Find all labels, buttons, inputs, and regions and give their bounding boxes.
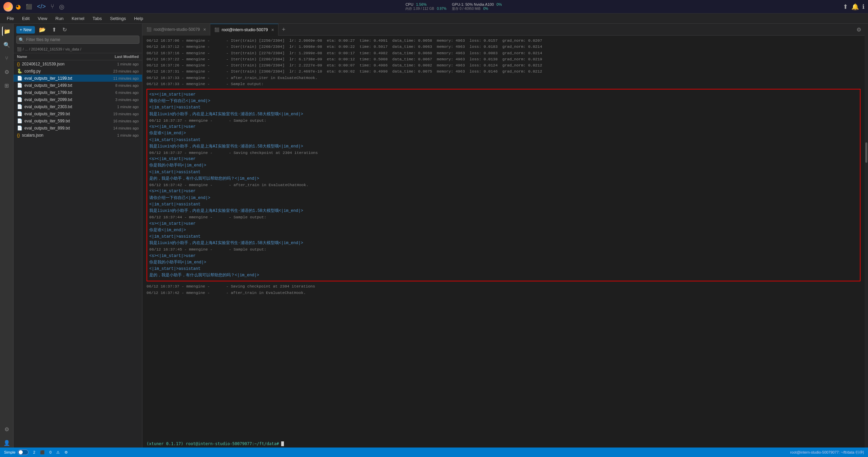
file-item[interactable]: 📄 eval_outputs_iter_2303.txt 1 minute ag… — [14, 103, 142, 110]
output-line: <s><|im_start|>user — [149, 92, 858, 98]
file-item[interactable]: 📄 eval_outputs_iter_1799.txt 6 minutes a… — [14, 89, 142, 96]
file-icon: 📄 — [17, 76, 22, 81]
activity-files[interactable]: 📁 — [2, 26, 12, 36]
file-date: 23 minutes ago — [113, 69, 139, 73]
output-line: 请你介绍一下你自己<|im_end|> — [149, 195, 858, 201]
file-item[interactable]: 🐍 config.py 23 minutes ago — [14, 67, 142, 75]
output-box: <s><|im_start|>user请你介绍一下你自己<|im_end|><|… — [147, 89, 861, 281]
file-name: eval_outputs_iter_1199.txt — [24, 76, 72, 81]
simple-toggle[interactable] — [18, 450, 28, 455]
mem-value: 0.97% — [437, 7, 446, 11]
menu-help[interactable]: Help — [131, 15, 147, 22]
tab-label-0: root@intern-studio-50079 — [154, 27, 200, 32]
cpu-value: 1.56% — [416, 2, 427, 6]
search-icon: 🔍 — [19, 37, 24, 42]
open-folder-button[interactable]: 📂 — [37, 26, 48, 34]
gpu-value: 0% — [497, 2, 502, 6]
menu-edit[interactable]: Edit — [19, 15, 33, 22]
gpu-stat: GPU-1: 50% Nvidia A100 0% 显存 0 / 40950 M… — [452, 2, 502, 11]
status-bar: Simple 2 ⬛ 0 ⚠ ⚙ root@intern-studio-5007… — [0, 448, 868, 457]
output-line: <s><|im_start|>user — [149, 221, 858, 227]
log-line: 06/12 16:37:06 - mmengine - - Iter(train… — [147, 38, 861, 43]
file-icon: 📄 — [17, 90, 22, 95]
file-item[interactable]: 📄 eval_outputs_iter_1199.txt 11 minutes … — [14, 75, 142, 82]
file-item[interactable]: 📄 eval_outputs_iter_899.txt 14 minutes a… — [14, 124, 142, 132]
filter-input[interactable] — [16, 36, 139, 44]
upload-button[interactable]: ⬆ — [50, 26, 58, 34]
file-item[interactable]: 📄 eval_outputs_iter_299.txt 19 minutes a… — [14, 110, 142, 117]
file-icon: 📄 — [17, 125, 22, 131]
terminal-content[interactable]: 06/12 16:37:06 - mmengine - - Iter(train… — [142, 36, 865, 440]
output-line: 是的，我是小助手，有什么我可以帮助您的吗？<|im_end|> — [149, 176, 858, 182]
file-name: scalars.json — [22, 133, 43, 138]
menu-kernel[interactable]: Kernel — [68, 15, 88, 22]
terminal-icon[interactable]: ⬛ — [26, 4, 32, 10]
editor-area: ⬛ root@intern-studio-50079 × ⬛ root@inte… — [142, 24, 865, 448]
status-settings-icon[interactable]: ⚙ — [64, 450, 68, 455]
log-line: 06/12 16:37:42 - mmengine - - after_trai… — [147, 290, 861, 296]
activity-debug[interactable]: ⚙ — [2, 67, 12, 77]
new-file-button[interactable]: + New — [16, 26, 35, 34]
tab-1[interactable]: ⬛ root@intern-studio-50079 × — [210, 24, 278, 36]
log-line: 06/12 16:37:33 - mmengine - - after_trai… — [147, 75, 861, 81]
file-date: 6 minutes ago — [115, 91, 139, 95]
menu-view[interactable]: View — [34, 15, 51, 22]
menu-settings[interactable]: Settings — [107, 15, 129, 22]
file-item[interactable]: {} 20240612_161539.json 1 minute ago — [14, 60, 142, 67]
cpu-label: CPU — [405, 2, 413, 6]
file-date: 3 minutes ago — [115, 98, 139, 102]
file-date: 19 minutes ago — [113, 112, 139, 116]
scrollbar-thumb[interactable] — [865, 142, 867, 163]
notification-icon[interactable]: 🔔 — [851, 3, 859, 11]
activity-extensions[interactable]: ⊞ — [2, 81, 12, 90]
tab-close-1[interactable]: × — [271, 27, 274, 33]
refresh-button[interactable]: ↻ — [60, 26, 69, 34]
menu-run[interactable]: Run — [52, 15, 67, 22]
activity-settings[interactable]: ⚙ — [2, 424, 12, 434]
sample-output-line: 06/12 16:37:45 - mmengine - - Sample out… — [149, 246, 858, 253]
file-item[interactable]: 📄 eval_outputs_iter_599.txt 16 minutes a… — [14, 117, 142, 124]
tab-0[interactable]: ⬛ root@intern-studio-50079 × — [142, 24, 210, 36]
output-line: 请你介绍一下你自己<|im_end|> — [149, 98, 858, 104]
activity-search[interactable]: 🔍 — [2, 40, 12, 49]
file-name: eval_outputs_iter_1499.txt — [24, 83, 72, 88]
output-line: <|im_start|>assistant — [149, 201, 858, 208]
tab-settings-button[interactable]: ⚙ — [853, 26, 865, 33]
file-left: 📄 eval_outputs_iter_1499.txt — [17, 83, 72, 88]
file-icon: 📄 — [17, 97, 22, 102]
output-line: 我是liuxin的小助手，内在是上海AI实验室书生·浦语的1.5B大模型哦<|i… — [149, 143, 858, 150]
right-scrollbar[interactable] — [865, 24, 868, 448]
file-item[interactable]: 📄 eval_outputs_iter_2099.txt 3 minutes a… — [14, 96, 142, 103]
activity-account[interactable]: 👤 — [2, 438, 12, 448]
vram-value: 0% — [483, 7, 488, 11]
tab-icon-1: ⬛ — [214, 27, 219, 32]
file-item[interactable]: 📄 eval_outputs_iter_1499.txt 8 minutes a… — [14, 82, 142, 89]
file-icon: {} — [17, 61, 20, 66]
file-date: 14 minutes ago — [113, 126, 139, 130]
file-name: config.py — [24, 69, 41, 74]
file-date: 1 minute ago — [117, 133, 139, 137]
log-line: 06/12 16:37:12 - mmengine - - Iter(train… — [147, 44, 861, 49]
file-left: 📄 eval_outputs_iter_299.txt — [17, 111, 70, 116]
tab-add-button[interactable]: + — [278, 26, 289, 33]
tab-bar: ⬛ root@intern-studio-50079 × ⬛ root@inte… — [142, 24, 865, 36]
file-left: 📄 eval_outputs_iter_1199.txt — [17, 76, 72, 81]
code-icon[interactable]: </> — [37, 3, 46, 10]
file-item[interactable]: {} scalars.json 1 minute ago — [14, 132, 142, 139]
activity-git[interactable]: ⑂ — [2, 54, 12, 63]
tab-icon-0: ⬛ — [147, 27, 152, 32]
tab-close-0[interactable]: × — [203, 27, 206, 32]
git-icon[interactable]: ⑂ — [51, 3, 54, 10]
file-left: 📄 eval_outputs_iter_2099.txt — [17, 97, 72, 102]
jupyter-icon[interactable]: ◕ — [16, 3, 21, 11]
main-layout: 📁 🔍 ⑂ ⚙ ⊞ ⚙ 👤 + New 📂 ⬆ ↻ 🔍 ⬛ / ... / 20… — [0, 24, 868, 448]
circle-icon[interactable]: ◎ — [59, 3, 64, 11]
file-icon: 📄 — [17, 118, 22, 123]
file-name: eval_outputs_iter_899.txt — [24, 126, 70, 131]
menu-tabs[interactable]: Tabs — [89, 15, 105, 22]
log-line: 06/12 16:37:26 - mmengine - - Iter(train… — [147, 62, 861, 68]
output-line: <s><|im_start|>user — [149, 156, 858, 162]
upload-icon[interactable]: ⬆ — [843, 3, 848, 11]
menu-file[interactable]: File — [3, 15, 17, 22]
info-icon[interactable]: ℹ — [862, 3, 865, 11]
